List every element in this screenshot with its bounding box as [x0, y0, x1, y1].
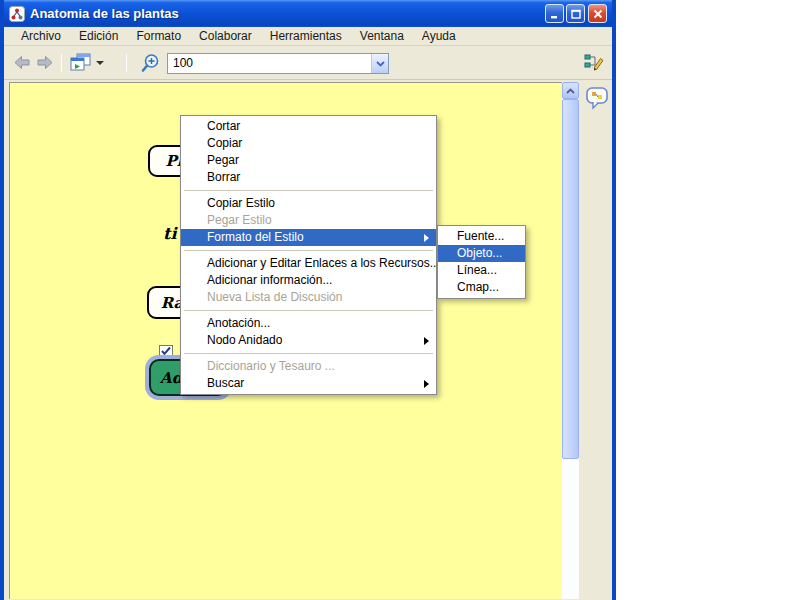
menu-separator [184, 353, 433, 354]
submenu-arrow-icon [424, 234, 429, 242]
maximize-button[interactable] [566, 4, 585, 23]
menu-item-label: Cortar [207, 119, 240, 133]
submenu-item-objeto[interactable]: Objeto... [438, 245, 525, 262]
show-styles-window-button[interactable] [70, 53, 104, 72]
toolbar: 100 [4, 46, 612, 80]
scroll-up-button[interactable] [562, 82, 579, 99]
menu-item-label: Borrar [207, 170, 240, 184]
menu-item-label: Pegar Estilo [207, 213, 272, 227]
zoom-magnifier-icon [140, 53, 161, 74]
maximize-icon [571, 9, 581, 19]
menubar-item-ventana[interactable]: Ventana [351, 28, 413, 44]
submenu-item-cmap[interactable]: Cmap... [438, 279, 525, 296]
concept-node-selected-label: Ad [160, 369, 182, 387]
close-icon [593, 9, 603, 19]
menubar-item-ayuda[interactable]: Ayuda [413, 28, 465, 44]
submenu-item-linea[interactable]: Línea... [438, 262, 525, 279]
forward-arrow-icon [36, 55, 54, 70]
menu-item-nodo-anidado[interactable]: Nodo Anidado [181, 332, 436, 349]
menubar-item-herramientas[interactable]: Herramientas [261, 28, 351, 44]
minimize-icon [550, 9, 560, 19]
menu-item-label: Adicionar y Editar Enlaces a los Recurso… [207, 256, 436, 270]
titlebar[interactable]: Anatomia de las plantas [4, 0, 612, 27]
cmap-app-icon [9, 6, 25, 22]
menu-item-label: Copiar Estilo [207, 196, 275, 210]
menu-item-label: Pegar [207, 153, 239, 167]
forward-button[interactable] [36, 55, 54, 70]
chevron-up-icon [566, 88, 575, 94]
styles-window-icon [70, 53, 92, 72]
submenu-arrow-icon [424, 337, 429, 345]
annotation-bubble-icon[interactable] [585, 86, 611, 115]
menu-item-label: Nodo Anidado [207, 333, 282, 347]
close-button[interactable] [588, 4, 607, 23]
back-button[interactable] [13, 55, 31, 70]
menubar-item-edicion[interactable]: Edición [70, 28, 127, 44]
menu-separator [184, 310, 433, 311]
menu-item-label: Buscar [207, 376, 244, 390]
menu-item-cortar[interactable]: Cortar [181, 118, 436, 135]
menu-item-label: Diccionario y Tesauro ... [207, 359, 335, 373]
menu-item-pegar[interactable]: Pegar [181, 152, 436, 169]
menu-item-adicionar-informacion[interactable]: Adicionar información... [181, 272, 436, 289]
back-arrow-icon [13, 55, 31, 70]
menu-item-nueva-lista-discusion: Nueva Lista de Discusión [181, 289, 436, 306]
menu-item-label: Línea... [457, 263, 497, 277]
menu-item-label: Fuente... [457, 229, 504, 243]
chevron-down-icon [376, 61, 385, 67]
menubar-item-colaborar[interactable]: Colaborar [190, 28, 261, 44]
linking-word[interactable]: ti [163, 224, 176, 243]
menu-item-pegar-estilo: Pegar Estilo [181, 212, 436, 229]
screen: Anatomia de las plantas Archivo Edición … [0, 0, 800, 600]
menu-separator [184, 190, 433, 191]
menu-item-label: Copiar [207, 136, 242, 150]
zoom-level-value[interactable]: 100 [168, 54, 371, 73]
menu-item-buscar[interactable]: Buscar [181, 375, 436, 392]
vertical-scrollbar[interactable] [562, 82, 579, 599]
info-checkbox-icon[interactable] [159, 343, 173, 355]
menu-item-adicionar-enlaces[interactable]: Adicionar y Editar Enlaces a los Recurso… [181, 255, 436, 272]
zoom-tool-button[interactable] [140, 53, 161, 74]
zoom-combobox-dropdown-button[interactable] [371, 54, 388, 73]
toolbar-separator [61, 54, 62, 72]
menu-item-diccionario-tesauro: Diccionario y Tesauro ... [181, 358, 436, 375]
menu-item-copiar[interactable]: Copiar [181, 135, 436, 152]
menu-item-borrar[interactable]: Borrar [181, 169, 436, 186]
menu-item-formato-del-estilo[interactable]: Formato del Estilo [181, 229, 436, 246]
menu-separator [184, 250, 433, 251]
menu-item-label: Objeto... [457, 246, 502, 260]
edit-pencil-icon [583, 52, 606, 72]
scrollbar-thumb[interactable] [562, 99, 579, 459]
menu-item-label: Adicionar información... [207, 273, 332, 287]
menu-item-anotacion[interactable]: Anotación... [181, 315, 436, 332]
window-title: Anatomia de las plantas [30, 6, 179, 21]
menu-item-copiar-estilo[interactable]: Copiar Estilo [181, 195, 436, 212]
zoom-level-combobox[interactable]: 100 [167, 53, 389, 74]
style-submenu: Fuente... Objeto... Línea... Cmap... [437, 225, 526, 299]
menu-item-label: Cmap... [457, 280, 499, 294]
menu-item-label: Nueva Lista de Discusión [207, 290, 342, 304]
menubar-item-formato[interactable]: Formato [127, 28, 190, 44]
submenu-arrow-icon [424, 380, 429, 388]
toolbar-separator [126, 54, 127, 72]
context-menu: Cortar Copiar Pegar Borrar Copiar Estilo… [180, 115, 437, 395]
menubar: Archivo Edición Formato Colaborar Herram… [4, 27, 612, 46]
styles-dropdown-caret-icon[interactable] [96, 61, 104, 65]
menubar-item-archivo[interactable]: Archivo [12, 28, 70, 44]
menu-item-label: Anotación... [207, 316, 270, 330]
minimize-button[interactable] [545, 4, 564, 23]
submenu-item-fuente[interactable]: Fuente... [438, 228, 525, 245]
menu-item-label: Formato del Estilo [207, 230, 304, 244]
edit-annotate-button[interactable] [583, 52, 606, 72]
